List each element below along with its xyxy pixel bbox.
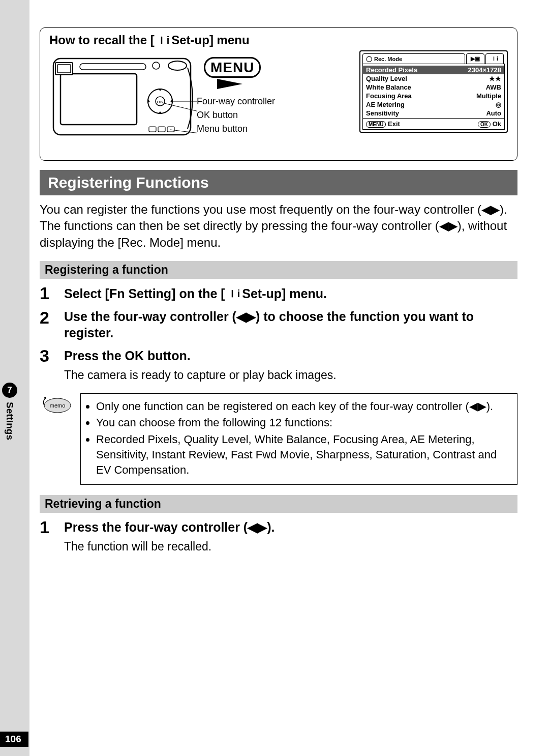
menu-badge-label: MENU bbox=[204, 57, 261, 78]
step-2: 2 Use the four-way controller (◀▶) to ch… bbox=[40, 308, 517, 341]
menu-pill-icon: MENU bbox=[366, 121, 386, 128]
svg-text:OK: OK bbox=[157, 100, 163, 104]
step3-note: The camera is ready to capture or play b… bbox=[64, 367, 517, 383]
lcd-row: Recorded Pixels2304×1728 bbox=[363, 66, 504, 74]
svg-rect-10 bbox=[149, 127, 156, 132]
lcd-tab-play: ▶▶▣ bbox=[466, 53, 484, 64]
memo-bullet-3: Recorded Pixels, Quality Level, White Ba… bbox=[96, 432, 511, 478]
lcd-row-label: AE Metering bbox=[366, 101, 405, 108]
step-number: 1 bbox=[40, 518, 64, 537]
step-number: 3 bbox=[40, 346, 64, 365]
memo-bullet-2: You can choose from the following 12 fun… bbox=[96, 415, 511, 430]
lcd-tab-rec: ◯ Rec. Mode bbox=[362, 53, 465, 64]
step-number: 1 bbox=[40, 284, 64, 303]
menu-button-icon: MENU bbox=[204, 60, 261, 76]
lcd-row: Focusing AreaMultiple bbox=[366, 92, 501, 100]
recall-title-left: How to recall the [ bbox=[49, 33, 155, 47]
svg-text:memo: memo bbox=[50, 402, 66, 409]
left-gutter bbox=[0, 0, 29, 756]
recall-title-right: Set-up] menu bbox=[171, 33, 249, 47]
lcd-exit-label: Exit bbox=[388, 120, 400, 128]
section-title: Registering Functions bbox=[40, 170, 517, 195]
step1-text-right: Set-up] menu. bbox=[242, 285, 327, 302]
retrieve-step1-note: The function will be recalled. bbox=[64, 539, 517, 555]
camera-icon: ◯ bbox=[366, 55, 372, 62]
callout-menu-button: Menu button bbox=[194, 124, 275, 134]
callout-ok-button: OK button bbox=[194, 110, 275, 121]
step-number: 2 bbox=[40, 308, 64, 341]
lcd-row: White BalanceAWB bbox=[366, 83, 501, 91]
lcd-row-label: Quality Level bbox=[366, 75, 407, 82]
chapter-tab: 7 Settings bbox=[2, 383, 17, 440]
step2-text: Use the four-way controller (◀▶) to choo… bbox=[64, 308, 517, 341]
intro-paragraph: You can register the functions you use m… bbox=[40, 201, 517, 251]
lcd-row-value: AWB bbox=[486, 83, 501, 91]
chapter-label: Settings bbox=[4, 402, 15, 440]
lcd-row-value: Auto bbox=[486, 109, 501, 117]
arrow-right-icon bbox=[217, 79, 242, 89]
step-1: 1 Select [Fn Setting] on the [ Ｉi Set-up… bbox=[40, 284, 517, 303]
ok-pill-icon: OK bbox=[478, 121, 491, 128]
step1-text-left: Select [Fn Setting] on the [ bbox=[64, 285, 225, 302]
svg-rect-12 bbox=[167, 127, 174, 132]
memo-bullet-1: Only one function can be registered on e… bbox=[96, 399, 511, 414]
step-3: 3 Press the OK button. bbox=[40, 346, 517, 365]
lcd-row-label: White Balance bbox=[366, 83, 411, 91]
svg-point-9 bbox=[168, 61, 187, 70]
page-number: 106 bbox=[0, 732, 28, 747]
svg-rect-11 bbox=[158, 127, 165, 132]
lcd-screen: ◯ Rec. Mode ▶▶▣ Ｉi Recorded Pixels2304×1… bbox=[359, 50, 508, 133]
callout-four-way: Four-way controller bbox=[194, 96, 275, 107]
lcd-row-value: Multiple bbox=[476, 92, 501, 100]
svg-point-8 bbox=[152, 62, 160, 69]
lcd-row: SensitivityAuto bbox=[366, 109, 501, 117]
lcd-footer-ok: OK Ok bbox=[478, 120, 501, 128]
setup-icon: Ｉi bbox=[157, 35, 170, 45]
svg-rect-1 bbox=[60, 74, 137, 125]
memo-block: memo Only one function can be registered… bbox=[40, 393, 517, 485]
step3-text: Press the OK button. bbox=[64, 346, 191, 365]
memo-icon: memo bbox=[40, 394, 73, 415]
retrieve-step1-text: Press the four-way controller (◀▶). bbox=[64, 518, 274, 537]
lcd-row-value: ★★ bbox=[489, 75, 501, 82]
lcd-row-value: ◎ bbox=[496, 101, 501, 108]
lcd-tab-setup: Ｉi bbox=[485, 53, 504, 64]
camera-illustration: OK bbox=[49, 52, 197, 151]
lcd-row-label: Recorded Pixels bbox=[366, 66, 417, 74]
setup-icon: Ｉi bbox=[491, 55, 498, 63]
chapter-number: 7 bbox=[2, 383, 17, 398]
recall-menu-box: How to recall the [ Ｉi Set-up] menu OK bbox=[40, 27, 517, 161]
recall-title: How to recall the [ Ｉi Set-up] menu bbox=[49, 33, 508, 47]
lcd-row-label: Focusing Area bbox=[366, 92, 412, 100]
lcd-ok-label: Ok bbox=[493, 120, 501, 128]
svg-rect-3 bbox=[57, 65, 71, 73]
svg-rect-7 bbox=[80, 64, 146, 70]
subheading-retrieving: Retrieving a function bbox=[40, 495, 517, 513]
retrieve-step-1: 1 Press the four-way controller (◀▶). bbox=[40, 518, 517, 537]
lcd-row-value: 2304×1728 bbox=[468, 66, 501, 74]
lcd-row: Quality Level★★ bbox=[366, 75, 501, 82]
lcd-row-label: Sensitivity bbox=[366, 109, 399, 117]
lcd-row: AE Metering◎ bbox=[366, 101, 501, 108]
lcd-footer-exit: MENU Exit bbox=[366, 120, 400, 128]
subheading-registering: Registering a function bbox=[40, 261, 517, 279]
setup-icon: Ｉi bbox=[227, 288, 240, 299]
svg-point-17 bbox=[44, 397, 46, 399]
lcd-tab-rec-label: Rec. Mode bbox=[374, 56, 402, 62]
